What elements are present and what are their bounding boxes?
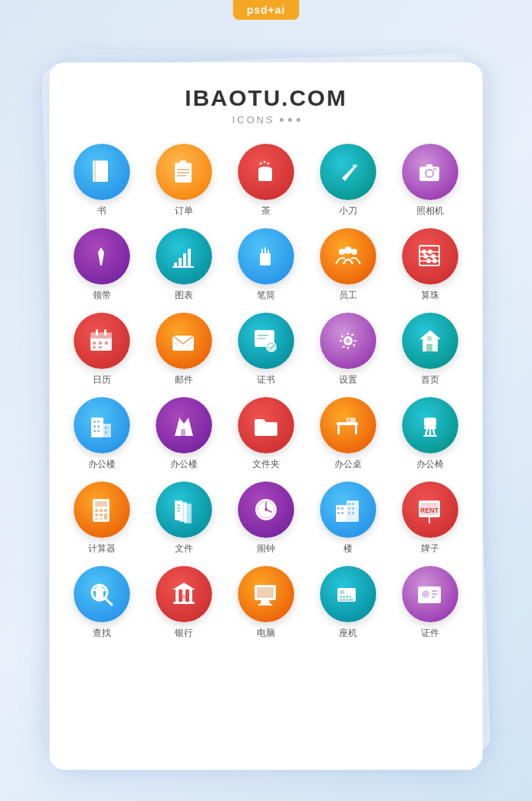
icon-circle-suanzhu[interactable]	[402, 228, 458, 284]
svg-text:$: $	[182, 594, 185, 600]
icon-circle-xiaodao[interactable]	[320, 144, 376, 200]
icon-circle-paizi[interactable]: RENT	[402, 482, 458, 538]
icon-label-youjian: 邮件	[175, 373, 193, 386]
svg-rect-126	[176, 590, 179, 602]
svg-rect-86	[95, 501, 107, 507]
svg-rect-76	[355, 425, 357, 434]
icon-label-shouye: 首页	[421, 373, 439, 386]
icon-label-bitong: 笔筒	[257, 289, 275, 302]
icon-item-yuangong: 员工	[311, 228, 385, 302]
svg-rect-72	[105, 431, 107, 434]
icon-item-youjian: 邮件	[147, 313, 221, 386]
svg-point-105	[264, 508, 268, 511]
icon-circle-youjian[interactable]	[156, 313, 212, 369]
svg-rect-64	[103, 424, 111, 437]
svg-rect-6	[180, 161, 186, 165]
icon-item-diannao: 电脑	[229, 566, 303, 640]
svg-line-81	[426, 429, 427, 436]
subtitle-row: ICONS	[232, 114, 299, 126]
dot3	[296, 118, 300, 122]
icon-item-cha: 茶	[229, 144, 303, 218]
dot2	[288, 118, 292, 122]
svg-rect-93	[95, 518, 98, 520]
icon-circle-dingdan[interactable]	[156, 144, 212, 200]
icon-circle-lingdai[interactable]	[74, 228, 130, 284]
svg-rect-49	[93, 346, 96, 348]
icon-circle-bitong[interactable]	[238, 228, 294, 284]
svg-text:RENT: RENT	[420, 507, 439, 514]
svg-rect-116	[348, 512, 350, 514]
icon-label-suanzhu: 算珠	[421, 289, 439, 302]
svg-rect-109	[341, 507, 344, 510]
icon-label-yinhang: 银行	[175, 627, 193, 640]
svg-rect-141	[340, 599, 342, 601]
icon-circle-bangonglou1[interactable]	[74, 397, 130, 453]
icon-circle-yuangong[interactable]	[320, 228, 376, 284]
svg-point-37	[428, 250, 432, 254]
icon-label-shu: 书	[97, 205, 106, 218]
svg-rect-88	[100, 509, 103, 512]
icon-circle-zhaoxiangji[interactable]	[402, 144, 458, 200]
icon-label-yuangong: 员工	[339, 289, 357, 302]
top-badge: psd+ai	[233, 0, 299, 20]
svg-rect-66	[97, 421, 100, 423]
icon-item-rili: 日历	[65, 313, 139, 386]
svg-marker-18	[98, 247, 104, 265]
svg-rect-12	[353, 164, 357, 167]
icon-circle-zhengshu[interactable]	[238, 313, 294, 369]
icon-item-wenjian: 文件	[147, 482, 221, 555]
icon-item-wenjian-jia: 文件夹	[229, 397, 303, 471]
icon-circle-jisuanqi[interactable]	[74, 482, 130, 538]
svg-rect-117	[352, 512, 354, 514]
icon-circle-tubiao[interactable]	[156, 228, 212, 284]
site-title: IBAOTU.COM	[185, 85, 347, 111]
svg-rect-144	[349, 599, 353, 601]
svg-rect-70	[97, 430, 100, 432]
icon-circle-bangongzhuo[interactable]	[320, 397, 376, 453]
svg-rect-23	[188, 249, 191, 267]
svg-rect-71	[105, 427, 107, 429]
icon-circle-chazao[interactable]	[74, 566, 130, 622]
icon-circle-naonzhong[interactable]	[238, 482, 294, 538]
icon-circle-shu[interactable]	[74, 144, 130, 200]
icon-circle-zuoji[interactable]	[320, 566, 376, 622]
icon-label-chazao: 查找	[93, 627, 111, 640]
icon-circle-shezhi[interactable]	[320, 313, 376, 369]
icon-item-zhengjian: 证件	[393, 566, 467, 640]
icon-circle-wenjian[interactable]	[156, 482, 212, 538]
icon-label-zhengjian: 证件	[421, 627, 439, 640]
icon-circle-shouye[interactable]	[402, 313, 458, 369]
icon-circle-yinhang[interactable]: $	[156, 566, 212, 622]
svg-rect-55	[258, 338, 265, 339]
svg-rect-54	[258, 335, 268, 336]
svg-rect-48	[105, 342, 108, 345]
icon-item-bangonglou2: 办公楼	[147, 397, 221, 471]
svg-point-39	[431, 254, 435, 259]
svg-rect-7	[177, 169, 189, 170]
svg-rect-22	[183, 253, 186, 267]
svg-rect-8	[177, 172, 189, 173]
svg-rect-113	[352, 503, 354, 505]
svg-rect-114	[348, 507, 350, 510]
icon-item-bangonglou1: 办公楼	[65, 397, 139, 471]
svg-rect-128	[189, 590, 192, 602]
icon-item-paizi: RENT牌子	[393, 482, 467, 555]
dot1	[280, 118, 283, 122]
icon-circle-cha[interactable]	[238, 144, 294, 200]
icon-item-bangongyi: 办公椅	[393, 397, 467, 471]
svg-rect-94	[100, 518, 103, 520]
icon-circle-rili[interactable]	[74, 313, 130, 369]
icon-circle-diannao[interactable]	[238, 566, 294, 622]
icon-circle-bangonglou2[interactable]	[156, 397, 212, 453]
svg-rect-140	[349, 596, 351, 598]
icon-label-cha: 茶	[261, 205, 271, 218]
icon-circle-lou[interactable]	[320, 482, 376, 538]
icon-circle-bangongyi[interactable]	[402, 397, 458, 453]
icon-circle-wenjian-jia[interactable]	[238, 397, 294, 453]
svg-rect-2	[96, 164, 105, 166]
icon-circle-zhengjian[interactable]	[402, 566, 458, 622]
svg-rect-65	[93, 421, 96, 423]
svg-point-15	[426, 170, 432, 176]
icon-item-bitong: 笔筒	[229, 228, 303, 302]
svg-rect-46	[93, 342, 96, 345]
